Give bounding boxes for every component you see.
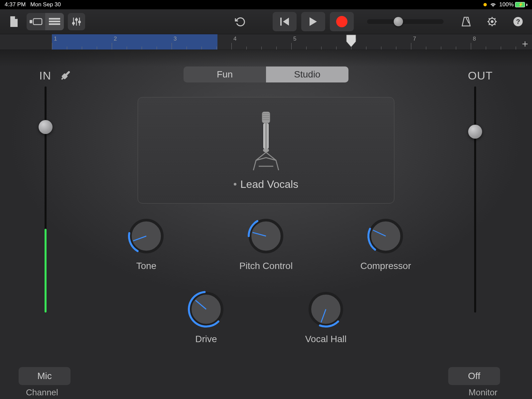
mic-label: Mic <box>37 371 52 381</box>
knob-vocal-hall[interactable] <box>306 289 346 329</box>
status-date: Mon Sep 30 <box>30 1 61 8</box>
tracks-view-button[interactable] <box>45 13 64 30</box>
preset-card[interactable]: Lead Vocals <box>138 97 394 203</box>
output-label: OUT <box>468 69 493 82</box>
off-label: Off <box>468 371 480 381</box>
metronome-button[interactable] <box>458 13 475 30</box>
master-volume-thumb[interactable] <box>394 17 403 26</box>
bar-number: 3 <box>174 36 177 42</box>
svg-line-19 <box>489 18 490 19</box>
timeline-ruler[interactable]: 12345678 ＋ <box>0 34 532 50</box>
knob-label: Compressor <box>360 261 411 271</box>
battery-icon: 100% ⚡ <box>499 1 527 8</box>
svg-rect-28 <box>262 112 270 123</box>
bar-number: 8 <box>473 36 476 42</box>
master-volume-slider[interactable] <box>367 19 444 24</box>
svg-rect-2 <box>49 18 60 20</box>
svg-rect-11 <box>280 18 282 26</box>
knob-label: Tone <box>136 261 157 271</box>
svg-rect-33 <box>263 123 269 149</box>
bar-number: 4 <box>233 36 236 42</box>
bar-number: 1 <box>54 36 57 42</box>
bar-number: 5 <box>293 36 296 42</box>
knob-tone[interactable] <box>126 216 166 256</box>
svg-rect-4 <box>49 23 60 25</box>
svg-text:?: ? <box>516 18 520 25</box>
toolbar: ? <box>0 9 532 34</box>
svg-line-22 <box>494 18 495 19</box>
preset-name: Lead Vocals <box>240 178 298 191</box>
svg-point-10 <box>78 21 80 23</box>
microphone-icon <box>249 110 283 174</box>
recording-indicator-icon <box>483 3 487 6</box>
input-level-slider[interactable] <box>45 86 47 313</box>
svg-line-27 <box>62 78 63 79</box>
view-toggle <box>27 13 64 30</box>
knob-compressor[interactable] <box>366 216 406 256</box>
browser-view-button[interactable] <box>27 13 45 30</box>
svg-line-21 <box>489 24 490 25</box>
output-level-slider[interactable] <box>474 86 476 313</box>
record-icon <box>336 16 347 27</box>
preset-indicator-icon <box>234 183 236 186</box>
output-slider-thumb[interactable] <box>468 125 482 139</box>
my-songs-button[interactable] <box>5 13 23 30</box>
go-to-start-button[interactable] <box>273 12 297 31</box>
bar-number: 7 <box>413 36 416 42</box>
input-plug-icon[interactable] <box>59 68 72 83</box>
settings-button[interactable] <box>483 13 501 30</box>
svg-point-9 <box>75 19 77 21</box>
svg-point-34 <box>263 148 269 152</box>
undo-button[interactable] <box>231 13 249 30</box>
monitor-label: Monitor <box>468 387 497 398</box>
help-button[interactable]: ? <box>509 13 527 30</box>
svg-line-20 <box>494 24 495 25</box>
knob-drive[interactable] <box>186 289 226 329</box>
input-slider-thumb[interactable] <box>39 120 53 134</box>
status-bar: 4:37 PM Mon Sep 30 100% ⚡ <box>0 0 532 9</box>
play-button[interactable] <box>301 12 325 31</box>
channel-mic-button[interactable]: Mic <box>19 367 70 385</box>
knob-label: Drive <box>195 334 217 344</box>
preset-name-row: Lead Vocals <box>234 178 298 191</box>
svg-rect-0 <box>30 20 32 23</box>
record-button[interactable] <box>330 12 354 31</box>
knob-label: Pitch Control <box>239 261 293 271</box>
instrument-panel: IN OUT Fun Studio Lead Vocals <box>0 50 532 399</box>
wifi-icon <box>489 2 497 7</box>
knob-pitch-control[interactable] <box>246 216 286 256</box>
svg-rect-1 <box>33 19 42 25</box>
playhead[interactable] <box>344 34 358 48</box>
mode-segmented-control: Fun Studio <box>184 66 348 82</box>
input-label: IN <box>39 69 51 82</box>
monitor-off-button[interactable]: Off <box>448 367 500 385</box>
knob-label: Vocal Hall <box>305 334 347 344</box>
mode-studio[interactable]: Studio <box>266 66 348 82</box>
battery-level: 100% <box>499 1 514 8</box>
mode-fun[interactable]: Fun <box>184 66 266 82</box>
status-time: 4:37 PM <box>5 1 26 8</box>
add-track-button[interactable]: ＋ <box>520 37 530 50</box>
track-controls-button[interactable] <box>68 13 85 30</box>
svg-rect-3 <box>49 21 60 22</box>
transport-controls <box>273 12 354 31</box>
svg-point-14 <box>491 21 493 23</box>
svg-point-8 <box>72 22 74 24</box>
bar-number: 2 <box>114 36 117 42</box>
channel-label: Channel <box>26 387 58 398</box>
